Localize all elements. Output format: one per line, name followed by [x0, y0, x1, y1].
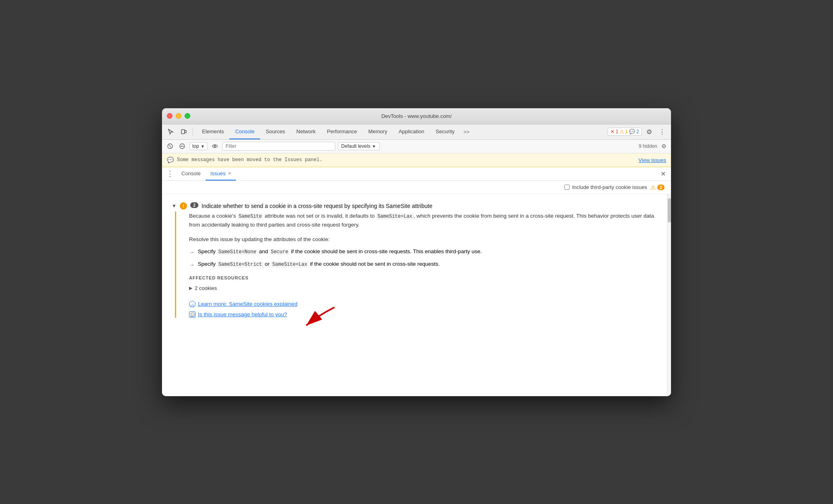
- helpful-text: Is this issue message helpful to you?: [198, 311, 287, 317]
- console-toolbar: top ▼ Default levels ▼ 9 hidden ⚙: [162, 140, 671, 153]
- inspect-element-button[interactable]: [165, 126, 177, 137]
- filter-input[interactable]: [222, 142, 335, 151]
- info-count: 2: [636, 129, 639, 134]
- issue-count-badge: 2: [190, 202, 198, 208]
- cookies-item[interactable]: ▶ 2 cookies: [189, 284, 663, 293]
- info-icon: 💬: [629, 129, 635, 134]
- code-samesite-lax: SameSite=Lax: [376, 213, 413, 220]
- learn-more-link[interactable]: → Learn more: SameSite cookies explained: [189, 301, 663, 307]
- inner-tab-console[interactable]: Console: [177, 167, 206, 181]
- issues-bar-text: Some messages have been moved to the Iss…: [177, 157, 322, 163]
- eye-button[interactable]: [210, 141, 220, 151]
- block-button[interactable]: [177, 141, 187, 151]
- issues-bar-message: 💬 Some messages have been moved to the I…: [167, 157, 322, 164]
- issues-bar: 💬 Some messages have been moved to the I…: [162, 153, 671, 167]
- third-party-row: Include third-party cookie issues ⚠ 2: [162, 181, 671, 194]
- issue-count-badge: 2: [657, 185, 665, 190]
- tab-application[interactable]: Application: [393, 124, 430, 139]
- issue-title: Indicate whether to send a cookie in a c…: [202, 202, 432, 210]
- bullet-1-text: Specify SameSite=None and Secure if the …: [198, 248, 482, 256]
- svg-rect-1: [185, 130, 186, 133]
- tab-memory[interactable]: Memory: [363, 124, 393, 139]
- maximize-button[interactable]: [185, 113, 190, 119]
- main-content-wrapper: ▼ ! 2 Indicate whether to send a cookie …: [162, 194, 671, 396]
- tab-console[interactable]: Console: [229, 124, 260, 139]
- view-issues-link[interactable]: View issues: [639, 157, 666, 163]
- warning-count: 1: [625, 129, 628, 134]
- warning-badge-wrapper: ⚠ 2: [650, 184, 665, 191]
- bullet-2-text: Specify SameSite=Strict or SameSite=Lax …: [198, 260, 440, 268]
- third-party-checkbox-wrapper[interactable]: Include third-party cookie issues: [564, 184, 647, 190]
- issue-description-2: Resolve this issue by updating the attri…: [189, 235, 663, 244]
- main-content: ▼ ! 2 Indicate whether to send a cookie …: [162, 194, 671, 396]
- context-selector[interactable]: top ▼: [189, 142, 208, 150]
- clear-console-button[interactable]: [165, 141, 175, 151]
- traffic-lights: [167, 113, 190, 119]
- more-options-button[interactable]: ⋮: [656, 126, 668, 137]
- cookies-count-text: 2 cookies: [195, 285, 217, 291]
- chevron-down-icon: ▼: [201, 144, 205, 149]
- devtools-toolbar: Elements Console Sources Network Perform…: [162, 124, 671, 140]
- more-tabs-button[interactable]: >>: [460, 129, 473, 135]
- filter-settings-button[interactable]: ⚙: [660, 142, 668, 150]
- scrollbar-track[interactable]: [667, 194, 671, 396]
- bullet-item-2: → Specify SameSite=Strict or SameSite=La…: [189, 260, 663, 269]
- error-count: 1: [616, 129, 618, 134]
- window-title: DevTools - www.youtube.com/: [381, 113, 452, 119]
- svg-point-7: [214, 145, 216, 147]
- settings-button[interactable]: ⚙: [644, 126, 655, 137]
- levels-chevron-icon: ▼: [372, 144, 376, 149]
- tab-network[interactable]: Network: [291, 124, 322, 139]
- levels-selector[interactable]: Default levels ▼: [338, 142, 380, 150]
- helpful-link[interactable]: 💬 Is this issue message helpful to you?: [189, 311, 663, 318]
- third-party-checkbox[interactable]: [564, 185, 570, 190]
- title-bar: DevTools - www.youtube.com/: [162, 108, 671, 124]
- devtools-window: DevTools - www.youtube.com/ Elements Con…: [162, 108, 671, 396]
- tab-menu-button[interactable]: ⋮: [165, 169, 175, 178]
- issue-detail: Because a cookie's SameSite attribute wa…: [175, 212, 663, 318]
- info-bubble-icon: 💬: [167, 157, 174, 164]
- inner-tabs: ⋮ Console Issues × ✕: [162, 167, 671, 181]
- bullet-item-1: → Specify SameSite=None and Secure if th…: [189, 248, 663, 256]
- code-samesite-none: SameSite=None: [217, 249, 258, 255]
- issue-header-row: ▼ ! 2 Indicate whether to send a cookie …: [170, 202, 663, 210]
- tab-sources[interactable]: Sources: [260, 124, 291, 139]
- tab-performance[interactable]: Performance: [321, 124, 362, 139]
- context-value: top: [192, 143, 199, 149]
- svg-rect-0: [181, 130, 185, 134]
- tab-security[interactable]: Security: [430, 124, 460, 139]
- error-badge-group[interactable]: ✕ 1 ⚠ 1 💬 2: [608, 128, 642, 136]
- affected-label: AFFECTED RESOURCES: [189, 275, 663, 280]
- tab-elements[interactable]: Elements: [196, 124, 229, 139]
- code-samesite: SameSite: [238, 213, 263, 220]
- warning-icon: ⚠: [620, 129, 624, 134]
- issues-tab-close[interactable]: ×: [228, 170, 231, 176]
- bullet-arrow-2: →: [189, 261, 195, 269]
- hidden-count-text: 9 hidden: [639, 143, 657, 149]
- learn-more-wrapper: → Learn more: SameSite cookies explained: [189, 301, 663, 307]
- panel-close-button[interactable]: ✕: [658, 169, 668, 178]
- code-samesite-strict: SameSite=Strict: [217, 261, 263, 268]
- issue-warning-icon: !: [180, 202, 187, 210]
- close-button[interactable]: [167, 113, 172, 119]
- hidden-count-area: 9 hidden ⚙: [639, 142, 668, 150]
- inner-tab-issues[interactable]: Issues ×: [206, 167, 236, 181]
- scrollbar-thumb[interactable]: [668, 198, 671, 223]
- toolbar-divider: [193, 127, 193, 136]
- issue-chevron-icon[interactable]: ▼: [172, 203, 177, 209]
- inner-tabs-right: ✕: [658, 169, 668, 178]
- error-icon: ✕: [610, 129, 614, 134]
- device-mode-button[interactable]: [178, 126, 189, 137]
- code-secure: Secure: [269, 249, 289, 255]
- helpful-wrapper: 💬 Is this issue message helpful to you?: [189, 311, 663, 318]
- affected-resources: AFFECTED RESOURCES ▶ 2 cookies: [189, 275, 663, 293]
- issue-description-1: Because a cookie's SameSite attribute wa…: [189, 212, 663, 229]
- learn-more-text: Learn more: SameSite cookies explained: [198, 301, 297, 307]
- minimize-button[interactable]: [176, 113, 181, 119]
- levels-label: Default levels: [341, 143, 370, 149]
- code-samesite-lax-2: SameSite=Lax: [271, 261, 308, 268]
- external-link-icon: →: [189, 301, 196, 307]
- toolbar-badges: ✕ 1 ⚠ 1 💬 2 ⚙ ⋮: [608, 126, 668, 137]
- bullet-arrow-1: →: [189, 248, 195, 256]
- third-party-label: Include third-party cookie issues: [572, 184, 647, 190]
